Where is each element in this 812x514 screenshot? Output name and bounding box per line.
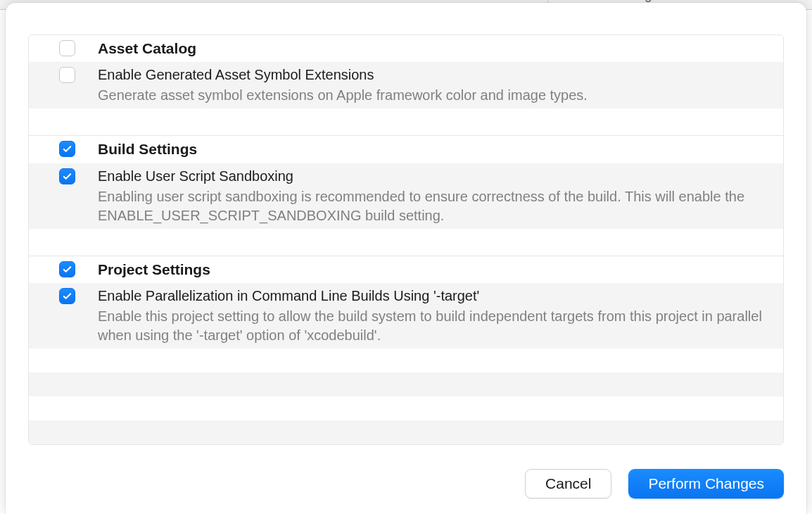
setting-description: Enable this project setting to allow the… (98, 307, 769, 345)
section-header-row: Asset Catalog (29, 35, 783, 62)
settings-table: Asset Catalog Enable Generated Asset Sym… (28, 35, 784, 445)
button-row: Cancel Perform Changes (525, 469, 784, 499)
section-title: Project Settings (98, 260, 769, 280)
setting-title: Enable Parallelization in Command Line B… (98, 287, 769, 306)
checkbox-enable-parallelization[interactable] (59, 288, 75, 304)
empty-row (29, 420, 783, 444)
checkbox-asset-catalog[interactable] (59, 40, 75, 56)
modal-sheet: Asset Catalog Enable Generated Asset Sym… (6, 3, 806, 514)
checkmark-icon (62, 144, 72, 154)
section-gap (29, 108, 783, 135)
setting-description: Enabling user script sandboxing is recom… (98, 187, 769, 225)
checkmark-icon (62, 264, 72, 275)
setting-description: Generate asset symbol extensions on Appl… (98, 86, 769, 105)
section-asset-catalog: Asset Catalog Enable Generated Asset Sym… (29, 35, 783, 108)
checkmark-icon (62, 291, 72, 301)
empty-row (29, 372, 783, 396)
perform-changes-button[interactable]: Perform Changes (628, 469, 784, 499)
setting-row: Enable User Script Sandboxing Enabling u… (29, 163, 783, 229)
section-gap (29, 229, 783, 256)
setting-title: Enable Generated Asset Symbol Extensions (98, 65, 769, 84)
setting-title: Enable User Script Sandboxing (98, 167, 769, 186)
filler-rows (29, 349, 783, 444)
empty-row (29, 349, 783, 372)
section-title: Asset Catalog (98, 39, 769, 58)
checkbox-project-settings[interactable] (59, 261, 75, 277)
checkbox-enable-generated-asset-symbol-extensions[interactable] (59, 67, 75, 83)
section-project-settings: Project Settings Enable Parallelization … (29, 256, 783, 349)
section-title: Build Settings (98, 139, 769, 159)
section-header-row: Project Settings (29, 256, 783, 283)
checkmark-icon (62, 171, 72, 182)
cancel-button[interactable]: Cancel (525, 469, 611, 499)
setting-row: Enable Generated Asset Symbol Extensions… (29, 62, 783, 108)
setting-row: Enable Parallelization in Command Line B… (29, 283, 783, 349)
section-header-row: Build Settings (29, 136, 783, 163)
checkbox-enable-user-script-sandboxing[interactable] (59, 168, 75, 184)
empty-row (29, 396, 783, 420)
checkbox-build-settings[interactable] (59, 141, 75, 157)
section-build-settings: Build Settings Enable User Script Sandbo… (29, 135, 783, 228)
